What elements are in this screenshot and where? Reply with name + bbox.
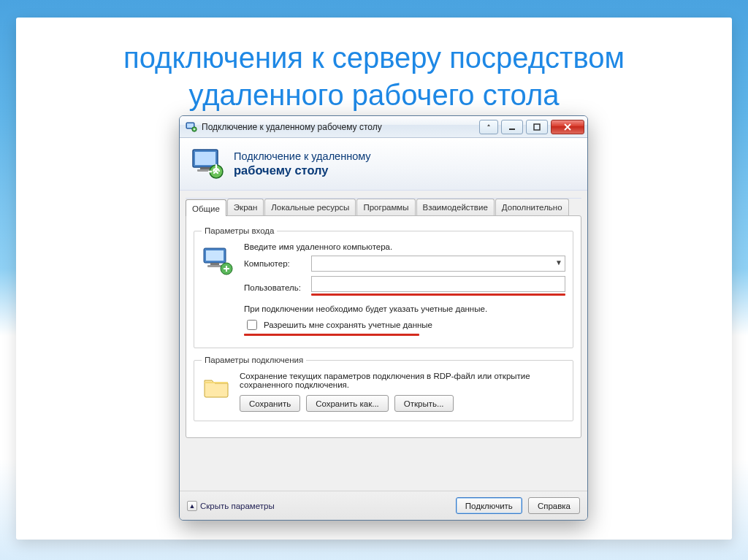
rdp-window: Подключение к удаленному рабочему столу	[179, 115, 588, 521]
svg-rect-12	[210, 263, 219, 265]
open-button[interactable]: Открыть...	[394, 395, 454, 412]
tab-body: Параметры входа Введите имя уд	[186, 215, 581, 438]
banner-line2: рабочему столу	[234, 163, 371, 178]
svg-rect-11	[206, 250, 224, 261]
login-parameters-group: Параметры входа Введите имя уд	[194, 226, 573, 348]
tab-advanced[interactable]: Дополнительно	[495, 199, 569, 215]
window-title: Подключение к удаленному рабочему столу	[202, 122, 479, 132]
remember-credentials-checkbox[interactable]	[247, 320, 257, 330]
annotation-underline-remember	[244, 334, 419, 336]
credentials-note: При подключении необходимо будет указать…	[244, 304, 565, 313]
banner-line1: Подключение к удаленному	[234, 150, 371, 163]
chevron-up-icon: ▲	[187, 501, 197, 511]
remote-desktop-icon	[190, 147, 225, 182]
rdp-app-icon	[186, 121, 197, 133]
svg-rect-3	[509, 129, 515, 130]
svg-rect-6	[195, 152, 215, 165]
help-button[interactable]: Справка	[528, 497, 580, 514]
hide-parameters-label: Скрыть параметры	[200, 502, 275, 510]
connect-button[interactable]: Подключить	[456, 497, 522, 514]
computer-label: Компьютер:	[244, 259, 307, 268]
user-label: Пользователь:	[244, 283, 307, 292]
login-group-legend: Параметры входа	[202, 226, 277, 235]
conn-group-legend: Параметры подключения	[202, 356, 306, 364]
tab-local-resources[interactable]: Локальные ресурсы	[264, 199, 356, 215]
tab-general[interactable]: Общие	[186, 199, 226, 216]
titlebar[interactable]: Подключение к удаленному рабочему столу	[180, 116, 587, 138]
pin-button[interactable]	[479, 120, 498, 134]
banner: Подключение к удаленному рабочему столу	[180, 138, 587, 191]
banner-text: Подключение к удаленному рабочему столу	[234, 150, 371, 178]
tab-experience[interactable]: Взаимодействие	[416, 199, 495, 215]
conn-desc: Сохранение текущих параметров подключени…	[240, 372, 565, 389]
save-as-button[interactable]: Сохранить как...	[306, 395, 389, 412]
close-button[interactable]	[551, 120, 584, 134]
user-field[interactable]	[311, 276, 565, 292]
hide-parameters-toggle[interactable]: ▲ Скрыть параметры	[187, 501, 275, 511]
tab-programs[interactable]: Программы	[356, 199, 415, 215]
svg-rect-7	[200, 167, 210, 169]
tab-display[interactable]: Экран	[227, 199, 264, 215]
svg-rect-1	[187, 123, 194, 128]
save-button[interactable]: Сохранить	[240, 395, 300, 412]
slide-title: подключения к серверу посредством удален…	[60, 39, 688, 114]
remember-credentials-label: Разрешить мне сохранять учетные данные	[264, 321, 432, 329]
annotation-underline-user	[311, 294, 565, 296]
dialog-footer: ▲ Скрыть параметры Подключить Справка	[180, 491, 587, 520]
login-intro: Введите имя удаленного компьютера.	[244, 242, 565, 251]
chevron-down-icon[interactable]: ▼	[555, 258, 562, 266]
svg-rect-13	[207, 265, 222, 267]
svg-rect-4	[534, 124, 540, 130]
computer-icon	[202, 245, 234, 277]
computer-combobox[interactable]	[311, 256, 565, 272]
folder-icon	[202, 372, 231, 401]
maximize-button[interactable]	[526, 120, 548, 134]
minimize-button[interactable]	[501, 120, 523, 134]
tabstrip: Общие Экран Локальные ресурсы Программы …	[186, 199, 581, 215]
connection-parameters-group: Параметры подключения Сохранение текущих…	[194, 356, 573, 421]
